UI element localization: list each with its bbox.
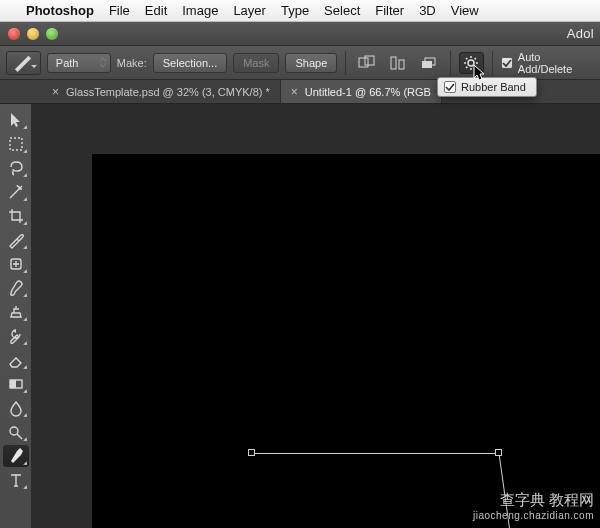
tab-glasstemplate[interactable]: × GlassTemplate.psd @ 32% (3, CMYK/8) * [42, 80, 281, 103]
path-align-button[interactable] [385, 52, 410, 74]
brush-tool[interactable] [3, 277, 29, 299]
button-label: Selection... [163, 57, 217, 69]
gradient-tool[interactable] [3, 373, 29, 395]
button-label: Mask [243, 57, 269, 69]
pen-tool[interactable] [3, 445, 29, 467]
svg-rect-1 [365, 56, 374, 65]
align-icon [389, 55, 407, 71]
tools-panel [0, 104, 32, 528]
history-brush-tool[interactable] [3, 325, 29, 347]
path-segment [252, 453, 499, 454]
menu-edit[interactable]: Edit [145, 3, 167, 18]
make-shape-button[interactable]: Shape [285, 53, 337, 73]
path-arrange-button[interactable] [417, 52, 442, 74]
watermark: 查字典 教程网 jiaocheng.chazidian.com [473, 491, 594, 522]
marquee-tool[interactable] [3, 133, 29, 155]
window-title: Adol [567, 26, 600, 41]
pen-icon [12, 54, 34, 72]
menu-view[interactable]: View [451, 3, 479, 18]
button-label: Shape [295, 57, 327, 69]
auto-add-delete-checkbox[interactable]: Auto Add/Delete [501, 51, 594, 75]
eraser-tool[interactable] [3, 349, 29, 371]
svg-line-11 [466, 58, 467, 59]
close-icon[interactable]: × [52, 85, 59, 99]
menu-app[interactable]: Photoshop [26, 3, 94, 18]
dodge-tool[interactable] [3, 421, 29, 443]
rubber-band-checkbox[interactable] [444, 81, 456, 93]
menu-select[interactable]: Select [324, 3, 360, 18]
make-mask-button[interactable]: Mask [233, 53, 279, 73]
svg-line-13 [466, 66, 467, 67]
lasso-tool[interactable] [3, 157, 29, 179]
checkbox-box [501, 57, 513, 69]
svg-rect-2 [391, 57, 396, 69]
check-icon [445, 82, 455, 92]
separator [492, 51, 493, 75]
move-tool[interactable] [3, 109, 29, 131]
menu-layer[interactable]: Layer [233, 3, 266, 18]
make-label: Make: [117, 57, 147, 69]
current-tool-indicator[interactable] [6, 51, 41, 75]
options-bar: Path Make: Selection... Mask Shape Auto … [0, 46, 600, 80]
check-icon [502, 58, 512, 68]
svg-rect-15 [10, 138, 22, 150]
svg-rect-3 [399, 60, 404, 69]
healing-brush-tool[interactable] [3, 253, 29, 275]
blur-tool[interactable] [3, 397, 29, 419]
window-titlebar: Adol [0, 22, 600, 46]
clone-stamp-tool[interactable] [3, 301, 29, 323]
minimize-window-button[interactable] [27, 28, 39, 40]
menu-filter[interactable]: Filter [375, 3, 404, 18]
overlap-squares-icon [358, 55, 376, 71]
close-icon[interactable]: × [291, 85, 298, 99]
crop-tool[interactable] [3, 205, 29, 227]
type-tool[interactable] [3, 469, 29, 491]
svg-rect-0 [359, 58, 368, 67]
path-op-combine-button[interactable] [354, 52, 379, 74]
watermark-line2: jiaocheng.chazidian.com [473, 510, 594, 523]
document-area[interactable] [32, 104, 600, 528]
menu-type[interactable]: Type [281, 3, 309, 18]
stack-icon [420, 55, 438, 71]
separator [345, 51, 346, 75]
svg-point-19 [10, 427, 18, 435]
mac-menu-bar: Photoshop File Edit Image Layer Type Sel… [0, 0, 600, 22]
path-anchor[interactable] [495, 449, 502, 456]
checkbox-label: Auto Add/Delete [518, 51, 594, 75]
canvas[interactable] [92, 154, 600, 528]
svg-rect-18 [10, 380, 16, 388]
tab-label: GlassTemplate.psd @ 32% (3, CMYK/8) * [66, 86, 270, 98]
menu-image[interactable]: Image [182, 3, 218, 18]
eyedropper-tool[interactable] [3, 229, 29, 251]
menu-3d[interactable]: 3D [419, 3, 436, 18]
traffic-lights [8, 28, 58, 40]
make-selection-button[interactable]: Selection... [153, 53, 227, 73]
tab-untitled-1[interactable]: × Untitled-1 @ 66.7% (RGB [281, 80, 442, 103]
pick-tool-mode-dropdown[interactable]: Path [47, 53, 111, 73]
mouse-cursor [473, 64, 487, 84]
menu-file[interactable]: File [109, 3, 130, 18]
zoom-window-button[interactable] [46, 28, 58, 40]
rubber-band-label: Rubber Band [461, 81, 526, 93]
close-window-button[interactable] [8, 28, 20, 40]
dropdown-value: Path [56, 57, 79, 69]
separator [450, 51, 451, 75]
watermark-line1: 查字典 教程网 [473, 491, 594, 510]
tab-label: Untitled-1 @ 66.7% (RGB [305, 86, 431, 98]
magic-wand-tool[interactable] [3, 181, 29, 203]
svg-line-14 [475, 58, 476, 59]
path-anchor[interactable] [248, 449, 255, 456]
